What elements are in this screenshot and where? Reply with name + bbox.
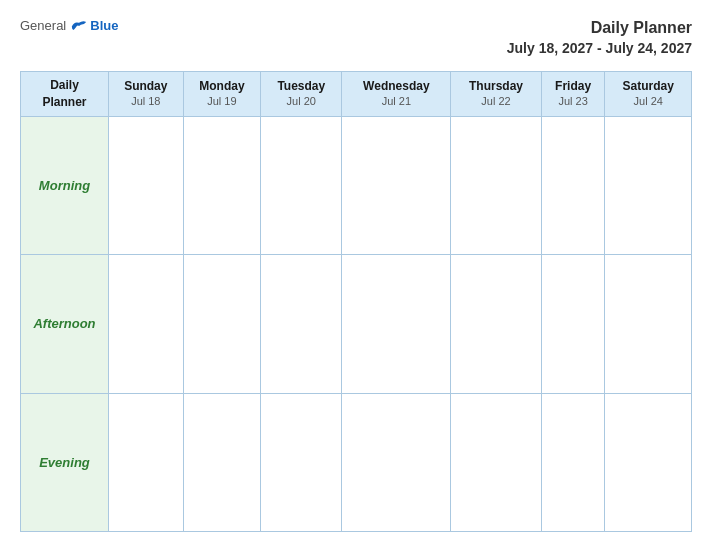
evening-thursday[interactable] [451, 393, 541, 531]
col-header-sunday: Sunday Jul 18 [109, 71, 184, 116]
thursday-date: Jul 22 [454, 94, 537, 109]
afternoon-row: Afternoon [21, 255, 692, 393]
afternoon-thursday[interactable] [451, 255, 541, 393]
saturday-label: Saturday [608, 78, 688, 95]
thursday-label: Thursday [454, 78, 537, 95]
page-title: Daily Planner [507, 18, 692, 39]
afternoon-tuesday[interactable] [261, 255, 342, 393]
evening-wednesday[interactable] [342, 393, 451, 531]
calendar-header-row: DailyPlanner Sunday Jul 18 Monday Jul 19… [21, 71, 692, 116]
monday-label: Monday [187, 78, 258, 95]
afternoon-label: Afternoon [21, 255, 109, 393]
wednesday-date: Jul 21 [345, 94, 447, 109]
afternoon-saturday[interactable] [605, 255, 692, 393]
morning-friday[interactable] [541, 116, 605, 254]
morning-label: Morning [21, 116, 109, 254]
date-range: July 18, 2027 - July 24, 2027 [507, 39, 692, 57]
evening-sunday[interactable] [109, 393, 184, 531]
logo-text: General Blue [20, 18, 118, 33]
logo-area: General Blue [20, 18, 118, 33]
col-header-saturday: Saturday Jul 24 [605, 71, 692, 116]
evening-monday[interactable] [183, 393, 261, 531]
morning-monday[interactable] [183, 116, 261, 254]
sunday-date: Jul 18 [112, 94, 180, 109]
col-header-friday: Friday Jul 23 [541, 71, 605, 116]
col-header-monday: Monday Jul 19 [183, 71, 261, 116]
friday-label: Friday [545, 78, 602, 95]
tuesday-date: Jul 20 [264, 94, 338, 109]
morning-wednesday[interactable] [342, 116, 451, 254]
title-area: Daily Planner July 18, 2027 - July 24, 2… [507, 18, 692, 57]
header: General Blue Daily Planner July 18, 2027… [20, 18, 692, 57]
col-header-tuesday: Tuesday Jul 20 [261, 71, 342, 116]
col-header-wednesday: Wednesday Jul 21 [342, 71, 451, 116]
monday-date: Jul 19 [187, 94, 258, 109]
sunday-label: Sunday [112, 78, 180, 95]
calendar-table: DailyPlanner Sunday Jul 18 Monday Jul 19… [20, 71, 692, 532]
evening-row: Evening [21, 393, 692, 531]
afternoon-wednesday[interactable] [342, 255, 451, 393]
morning-row: Morning [21, 116, 692, 254]
evening-friday[interactable] [541, 393, 605, 531]
afternoon-sunday[interactable] [109, 255, 184, 393]
morning-sunday[interactable] [109, 116, 184, 254]
morning-saturday[interactable] [605, 116, 692, 254]
page: General Blue Daily Planner July 18, 2027… [0, 0, 712, 550]
logo-general-text: General [20, 18, 66, 33]
wednesday-label: Wednesday [345, 78, 447, 95]
logo-blue-text: Blue [90, 18, 118, 33]
saturday-date: Jul 24 [608, 94, 688, 109]
afternoon-friday[interactable] [541, 255, 605, 393]
morning-tuesday[interactable] [261, 116, 342, 254]
tuesday-label: Tuesday [264, 78, 338, 95]
corner-label: DailyPlanner [42, 78, 86, 109]
logo-bird-icon [70, 19, 88, 33]
corner-header: DailyPlanner [21, 71, 109, 116]
afternoon-monday[interactable] [183, 255, 261, 393]
morning-thursday[interactable] [451, 116, 541, 254]
evening-label: Evening [21, 393, 109, 531]
evening-tuesday[interactable] [261, 393, 342, 531]
col-header-thursday: Thursday Jul 22 [451, 71, 541, 116]
evening-saturday[interactable] [605, 393, 692, 531]
friday-date: Jul 23 [545, 94, 602, 109]
